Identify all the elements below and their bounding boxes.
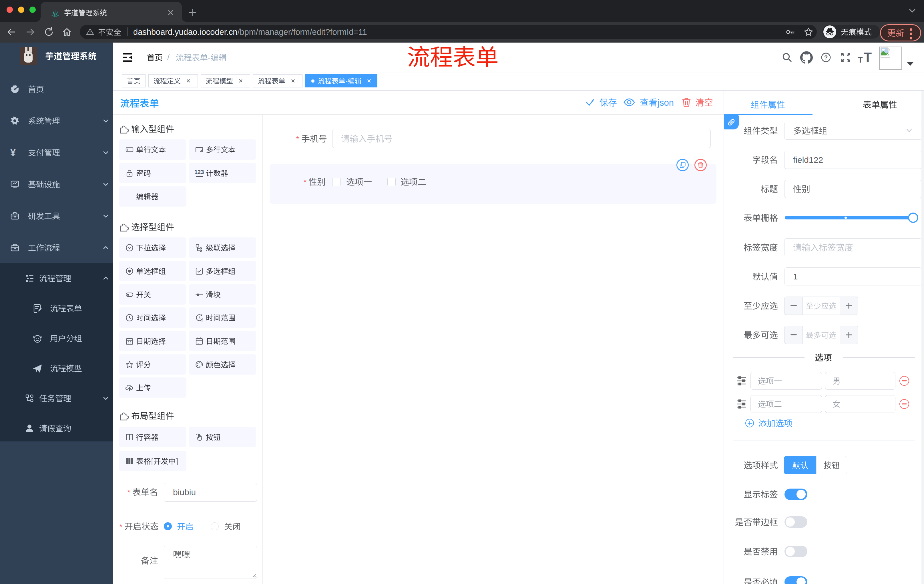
svg-text:?: ? [824, 54, 828, 61]
